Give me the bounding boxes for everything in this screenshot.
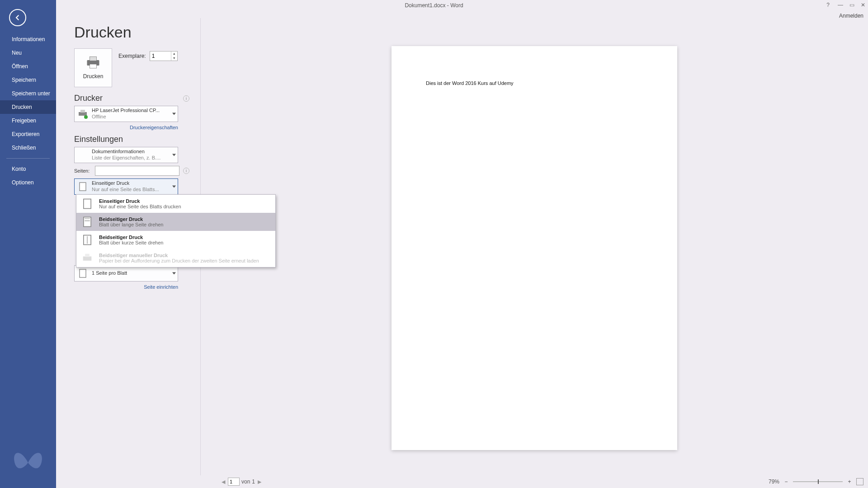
printer-status: Offline	[92, 114, 160, 120]
zoom-percent: 79%	[769, 479, 779, 485]
pages-per-sheet-select[interactable]: 1 Seite pro Blatt	[74, 265, 178, 282]
duplex-option-shortedge[interactable]: Beidseitiger DruckBlatt über kurze Seite…	[76, 231, 275, 249]
copies-label: Exemplare:	[118, 53, 146, 59]
print-what-select[interactable]: Dokumentinformationen Liste der Eigensch…	[74, 147, 178, 163]
svg-rect-3	[79, 112, 87, 116]
page-setup-link[interactable]: Seite einrichten	[74, 284, 178, 290]
printer-manual-icon	[81, 252, 94, 264]
printer-icon	[85, 56, 101, 70]
svg-rect-2	[90, 64, 97, 68]
svg-rect-4	[80, 110, 85, 113]
pages-label: Seiten:	[74, 168, 91, 174]
chevron-down-icon	[172, 272, 176, 275]
svg-rect-12	[85, 254, 89, 257]
info-icon[interactable]: i	[183, 95, 189, 102]
page-title: Drucken	[74, 23, 189, 41]
pages-input[interactable]	[95, 166, 179, 176]
sidebar-item-schliessen[interactable]: Schließen	[0, 141, 56, 155]
sidebar-item-speichern-unter[interactable]: Speichern unter	[0, 87, 56, 100]
chevron-down-icon	[172, 154, 176, 156]
duplex-select[interactable]: Einseitiger Druck Nur auf eine Seite des…	[74, 178, 178, 195]
sidebar-item-drucken[interactable]: Drucken	[0, 100, 56, 114]
page-flip-long-icon	[81, 216, 94, 228]
info-icon[interactable]: i	[183, 168, 189, 174]
printer-name: HP LaserJet Professional CP...	[92, 108, 160, 114]
duplex-option-manual: Beidseitiger manueller DruckPapier bei d…	[76, 249, 275, 267]
backstage-sidebar: Informationen Neu Öffnen Speichern Speic…	[0, 0, 56, 488]
print-action-row: Drucken Exemplare: ▲ ▼	[74, 48, 189, 87]
sidebar-item-oeffnen[interactable]: Öffnen	[0, 60, 56, 73]
page-total: 1	[252, 479, 255, 485]
sidebar-item-neu[interactable]: Neu	[0, 46, 56, 60]
zoom-out-button[interactable]: −	[783, 479, 789, 485]
zoom-controls: 79% − +	[769, 478, 863, 485]
sidebar-separator	[6, 158, 50, 159]
sidebar-item-konto[interactable]: Konto	[0, 162, 56, 176]
status-bar: ◀ von 1 ▶ 79% − +	[56, 475, 868, 488]
duplex-option-oneside[interactable]: Einseitiger DruckNur auf eine Seite des …	[76, 195, 275, 213]
page-single-icon	[77, 181, 88, 192]
print-button-label: Drucken	[83, 73, 104, 80]
page-sep: von	[241, 479, 250, 485]
sidebar-item-informationen[interactable]: Informationen	[0, 33, 56, 46]
sidebar-item-optionen[interactable]: Optionen	[0, 176, 56, 189]
title-bar: Dokument1.docx - Word ? — ▭ ✕	[0, 0, 868, 10]
svg-rect-1	[90, 57, 97, 61]
minimize-button[interactable]: —	[838, 2, 843, 8]
zoom-fit-button[interactable]	[856, 478, 863, 485]
printer-section-header: Drucker i	[74, 94, 189, 103]
zoom-slider[interactable]	[793, 481, 843, 482]
page-flip-short-icon	[81, 234, 94, 246]
printer-select[interactable]: HP LaserJet Professional CP... Offline	[74, 106, 178, 122]
copies-spinner[interactable]: ▲ ▼	[150, 51, 178, 61]
zoom-thumb[interactable]	[818, 479, 819, 484]
copies-down[interactable]: ▼	[171, 56, 177, 61]
svg-rect-11	[83, 257, 92, 261]
svg-rect-6	[80, 183, 86, 191]
svg-point-5	[84, 115, 88, 119]
maximize-button[interactable]: ▭	[849, 2, 854, 8]
printer-properties-link[interactable]: Druckereigenschaften	[74, 125, 178, 130]
svg-rect-8	[84, 199, 91, 209]
zoom-in-button[interactable]: +	[846, 479, 853, 485]
print-button[interactable]: Drucken	[74, 48, 112, 87]
next-page-button[interactable]: ▶	[257, 479, 262, 485]
chevron-down-icon	[172, 186, 176, 188]
chevron-down-icon	[172, 113, 176, 115]
page-icon	[77, 268, 88, 279]
butterfly-logo-icon	[11, 446, 45, 480]
svg-rect-7	[80, 269, 86, 277]
copies-input[interactable]	[150, 53, 168, 59]
copies-up[interactable]: ▲	[171, 52, 177, 56]
preview-page: Dies ist der Word 2016 Kurs auf Udemy	[392, 46, 677, 450]
page-current-input[interactable]	[228, 478, 240, 486]
sidebar-item-exportieren[interactable]: Exportieren	[0, 127, 56, 141]
prev-page-button[interactable]: ◀	[221, 479, 226, 485]
duplex-dropdown-popup: Einseitiger DruckNur auf eine Seite des …	[76, 194, 276, 267]
document-title: Dokument1.docx - Word	[405, 2, 463, 9]
sidebar-item-speichern[interactable]: Speichern	[0, 73, 56, 87]
help-icon[interactable]: ?	[826, 2, 830, 8]
page-navigator: ◀ von 1 ▶	[221, 478, 262, 486]
close-button[interactable]: ✕	[861, 2, 865, 8]
settings-section-header: Einstellungen	[74, 135, 189, 144]
back-button[interactable]	[9, 9, 26, 26]
duplex-option-longedge[interactable]: Beidseitiger DruckBlatt über lange Seite…	[76, 213, 275, 231]
print-preview: Dies ist der Word 2016 Kurs auf Udemy	[201, 18, 868, 475]
preview-content: Dies ist der Word 2016 Kurs auf Udemy	[426, 80, 643, 86]
page-single-icon	[81, 197, 94, 210]
window-controls: ? — ▭ ✕	[826, 2, 865, 8]
printer-status-icon	[77, 108, 88, 119]
sidebar-item-freigeben[interactable]: Freigeben	[0, 114, 56, 127]
